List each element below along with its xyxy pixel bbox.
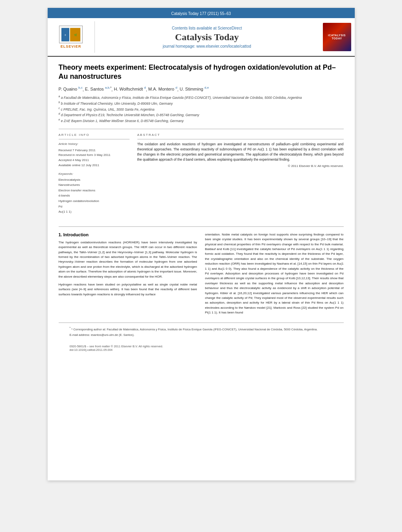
- keyword-5: Hydrogen oxidation/evolution: [59, 198, 130, 204]
- article-info-abstract: ARTICLE INFO Article history: Received 7…: [59, 133, 344, 215]
- copyright-text: © 2011 Elsevier B.V. All rights reserved…: [137, 164, 344, 168]
- body-divider: [59, 226, 344, 227]
- intro-paragraph-2: Hydrogen reactions have been studied on …: [59, 282, 197, 297]
- received-revised-date: Received in revised form 3 May 2011: [59, 153, 130, 158]
- section-1-heading: 1. Introduction: [59, 232, 197, 237]
- article-title: Theory meets experiment: Electrocatalysi…: [59, 63, 344, 82]
- author-montero: M.A. Montero d: [148, 87, 178, 91]
- author-stimming: U. Stimming d,e: [180, 87, 209, 91]
- catalysis-today-logo: iCATALYSISTODAY: [323, 23, 351, 51]
- bottom-info: 0920-5861/$ – see front matter © 2011 El…: [59, 342, 344, 354]
- intro-paragraph-3: orientation. Noble metal catalysts on fo…: [205, 232, 344, 315]
- accepted-date: Accepted 4 May 2011: [59, 158, 130, 163]
- catalysis-logo-area: iCATALYSISTODAY: [319, 21, 355, 53]
- author-wolfschmidt: H. Wolfschmidt d: [114, 87, 146, 91]
- header-divider: [59, 129, 344, 129]
- keyword-6: Pd: [59, 204, 130, 209]
- svg-text:🌿: 🌿: [74, 33, 77, 37]
- issn-line: 0920-5861/$ – see front matter © 2011 El…: [70, 345, 333, 348]
- author-quaino: P. Quaino b,c: [59, 87, 83, 91]
- article-info-col: ARTICLE INFO Article history: Received 7…: [59, 133, 130, 215]
- body-content: 1. Introduction The hydrogen oxidation/e…: [48, 226, 355, 362]
- footnote-email: E-mail address: esantos@uni-ulm.de (E. S…: [70, 333, 333, 337]
- keyword-7: Au(1 1 1): [59, 209, 130, 215]
- journal-homepage: journal homepage: www.elsevier.com/locat…: [163, 44, 251, 48]
- keyword-4: d-bands: [59, 193, 130, 198]
- journal-title-area: Contents lists available at ScienceDirec…: [95, 21, 319, 53]
- info-divider: [59, 139, 130, 139]
- history-dates: Received 7 February 2011 Received in rev…: [59, 148, 130, 168]
- article-content: Theory meets experiment: Electrocatalysi…: [48, 57, 355, 226]
- keywords-label: Keywords:: [59, 172, 130, 176]
- page: Catalysis Today 177 (2011) 55–63 E 🌿 ELS…: [48, 8, 355, 480]
- affiliations: a a Facultad de Matemática, Astronomía y…: [59, 95, 344, 123]
- journal-title: Catalysis Today: [175, 32, 239, 43]
- abstract-label: ABSTRACT: [137, 133, 344, 137]
- footnote-corresponding: * * Corresponding author at: Facultad de…: [70, 326, 333, 332]
- keyword-3: Electron transfer reactions: [59, 188, 130, 193]
- available-date: Available online 12 July 2011: [59, 163, 130, 168]
- elsevier-logo-image: E 🌿: [59, 26, 83, 43]
- affiliation-b: b b Institute of Theoretical Chemistry, …: [59, 100, 344, 106]
- body-col-right: orientation. Noble metal catalysts on fo…: [205, 232, 344, 319]
- keyword-1: Electrocatalysis: [59, 177, 130, 183]
- keywords-list: Electrocatalysis Nanostructures Electron…: [59, 177, 130, 215]
- svg-text:E: E: [65, 34, 66, 36]
- article-history-label: Article history:: [59, 142, 130, 146]
- affiliation-d: d d Department of Physics E19, Technisch…: [59, 112, 344, 118]
- affiliation-a: a a Facultad de Matemática, Astronomía y…: [59, 95, 344, 100]
- journal-header: E 🌿 ELSEVIER Contents lists available at…: [48, 18, 355, 57]
- abstract-text: The oxidation and evolution reactions of…: [137, 142, 344, 162]
- abstract-divider: [137, 139, 344, 139]
- article-info-label: ARTICLE INFO: [59, 133, 130, 137]
- doi-line: doi:10.1016/j.cattod.2011.05.004: [70, 348, 333, 352]
- body-two-col: 1. Introduction The hydrogen oxidation/e…: [59, 232, 344, 319]
- affiliation-e: e e ZAE Bayern Division 1, Walther Meißn…: [59, 118, 344, 124]
- sciencedirect-text: Contents lists available at ScienceDirec…: [172, 26, 242, 30]
- authors-line: P. Quaino b,c, E. Santos a,b,*, H. Wolfs…: [59, 86, 344, 92]
- affiliation-c: c c PRELINE, Fac. Ing. Química, UNL, 300…: [59, 106, 344, 112]
- received-date: Received 7 February 2011: [59, 148, 130, 153]
- footnotes-area: * * Corresponding author at: Facultad de…: [59, 323, 344, 342]
- body-col-left: 1. Introduction The hydrogen oxidation/e…: [59, 232, 197, 319]
- elsevier-wordmark: ELSEVIER: [61, 44, 82, 48]
- keyword-2: Nanostructures: [59, 182, 130, 188]
- author-santos: E. Santos a,b,*: [85, 87, 111, 91]
- journal-issue-bar: Catalysis Today 177 (2011) 55–63: [48, 8, 355, 18]
- abstract-col: ABSTRACT The oxidation and evolution rea…: [137, 133, 344, 215]
- elsevier-logo: E 🌿 ELSEVIER: [59, 26, 83, 48]
- intro-paragraph-1: The hydrogen oxidation/evolution reactio…: [59, 240, 197, 279]
- elsevier-logo-area: E 🌿 ELSEVIER: [48, 21, 95, 53]
- journal-issue-text: Catalysis Today 177 (2011) 55–63: [171, 11, 231, 16]
